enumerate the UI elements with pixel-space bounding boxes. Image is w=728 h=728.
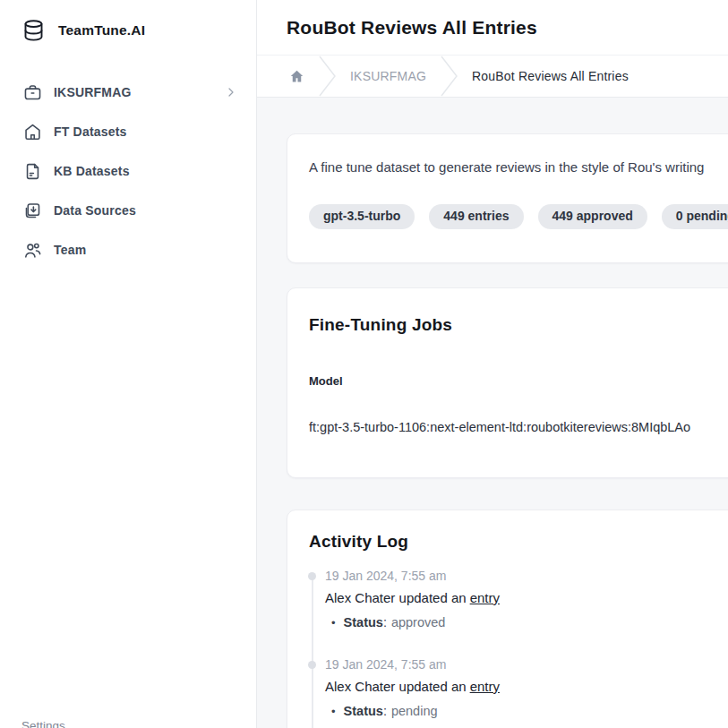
home-icon [23, 123, 42, 141]
activity-actor-text: Alex Chater updated an [325, 679, 467, 694]
activity-log-card: Activity Log 19 Jan 2024, 7:55 am Alex C… [287, 510, 728, 728]
badge-model: gpt-3.5-turbo [309, 204, 415, 229]
database-logo-icon [21, 19, 46, 43]
badge-entries: 449 entries [429, 204, 523, 229]
dataset-overview-card: A fine tune dataset to generate reviews … [287, 133, 728, 263]
page-title: RouBot Reviews All Entries [287, 17, 537, 39]
sidebar-nav: IKSURFMAG FT Datasets [0, 73, 256, 270]
activity-status: Statuspending [325, 701, 728, 722]
status-value: pending [391, 704, 438, 718]
sidebar-item-label: Data Sources [54, 203, 238, 218]
activity-timeline: 19 Jan 2024, 7:55 am Alex Chater updated… [309, 568, 728, 722]
sidebar-item-label: FT Datasets [54, 124, 238, 139]
sidebar-item-iksurfmag[interactable]: IKSURFMAG [0, 73, 256, 112]
entry-link[interactable]: entry [470, 590, 500, 605]
badge-row: gpt-3.5-turbo 449 entries 449 approved 0… [309, 204, 728, 229]
users-icon [23, 241, 42, 260]
app-title: TeamTune.AI [58, 22, 145, 39]
breadcrumb-separator-icon [440, 56, 458, 98]
import-icon [23, 201, 42, 220]
badge-pending: 0 pending [662, 204, 728, 229]
entry-link[interactable]: entry [470, 679, 500, 694]
page-header: RouBot Reviews All Entries [257, 0, 728, 56]
sidebar-item-ft-datasets[interactable]: FT Datasets [0, 112, 256, 151]
sidebar-item-label: Team [54, 243, 238, 257]
activity-timestamp: 19 Jan 2024, 7:55 am [325, 656, 728, 673]
page-content: A fine tune dataset to generate reviews … [257, 98, 728, 728]
status-value: approved [391, 615, 445, 630]
breadcrumb-item-iksurfmag[interactable]: IKSURFMAG [350, 69, 426, 83]
main-area: RouBot Reviews All Entries IKSURFMAG Rou… [257, 0, 728, 728]
fine-tuning-jobs-card: Fine-Tuning Jobs Model ft:gpt-3.5-turbo-… [287, 287, 728, 478]
timeline-dot-icon [308, 661, 316, 669]
app-window: TeamTune.AI IKSURFMAG [0, 0, 728, 728]
breadcrumb: IKSURFMAG RouBot Reviews All Entries [257, 56, 728, 98]
dataset-description: A fine tune dataset to generate reviews … [309, 159, 728, 175]
briefcase-icon [23, 83, 42, 102]
sidebar-item-settings[interactable]: Settings [21, 719, 65, 728]
document-icon [23, 162, 42, 181]
model-label: Model [309, 374, 728, 388]
status-label: Status [344, 704, 387, 718]
model-value: ft:gpt-3.5-turbo-1106:next-element-ltd:r… [309, 420, 728, 434]
activity-actor-text: Alex Chater updated an [325, 590, 467, 605]
sidebar-item-data-sources[interactable]: Data Sources [0, 191, 256, 230]
badge-approved: 449 approved [538, 204, 647, 229]
chevron-right-icon[interactable] [224, 85, 238, 99]
activity-action: Alex Chater updated anentry [325, 588, 728, 608]
logo[interactable]: TeamTune.AI [0, 0, 256, 47]
card-title: Activity Log [309, 532, 728, 552]
activity-timestamp: 19 Jan 2024, 7:55 am [325, 568, 728, 585]
timeline-dot-icon [308, 572, 316, 580]
card-title: Fine-Tuning Jobs [309, 315, 728, 335]
sidebar-item-label: IKSURFMAG [54, 85, 212, 99]
activity-status: Statusapproved [325, 612, 728, 633]
sidebar-item-kb-datasets[interactable]: KB Datasets [0, 151, 256, 191]
activity-entry: 19 Jan 2024, 7:55 am Alex Chater updated… [309, 568, 728, 633]
sidebar-item-team[interactable]: Team [0, 230, 256, 270]
sidebar-item-label: KB Datasets [54, 164, 238, 178]
sidebar: TeamTune.AI IKSURFMAG [0, 0, 257, 728]
activity-entry: 19 Jan 2024, 7:55 am Alex Chater updated… [309, 656, 728, 722]
breadcrumb-item-current: RouBot Reviews All Entries [472, 69, 629, 83]
status-label: Status [344, 615, 387, 630]
activity-action: Alex Chater updated anentry [325, 677, 728, 697]
breadcrumb-separator-icon [318, 56, 337, 98]
home-icon[interactable] [289, 69, 304, 84]
